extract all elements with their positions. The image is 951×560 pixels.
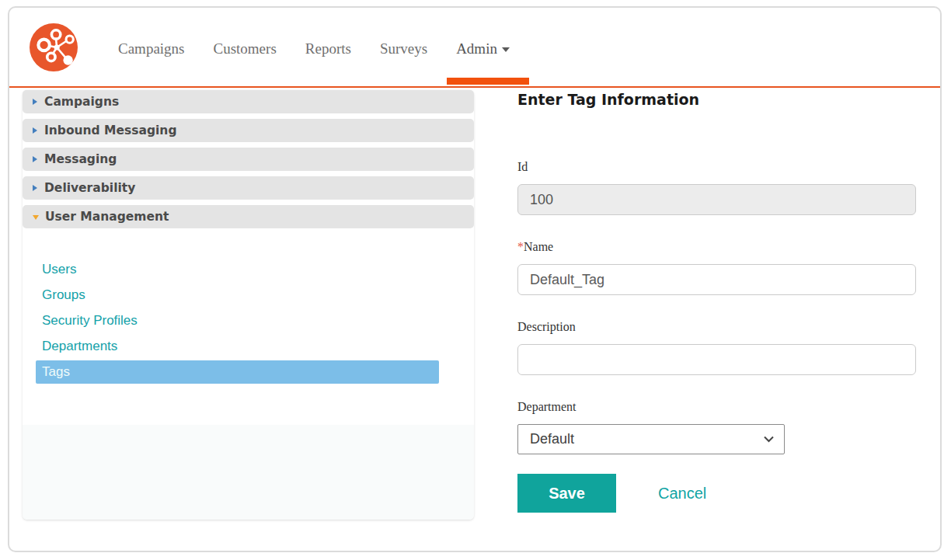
header-divider [9, 86, 940, 88]
nav-item-customers[interactable]: Customers [214, 39, 277, 59]
top-nav: Campaigns Customers Reports Surveys Admi… [118, 39, 510, 59]
nav-item-surveys[interactable]: Surveys [380, 39, 427, 59]
save-button[interactable]: Save [517, 474, 616, 513]
user-management-submenu: Users Groups Security Profiles Departmen… [23, 234, 474, 384]
active-nav-indicator [447, 78, 529, 85]
sidebar-section-deliverability[interactable]: Deliverability [23, 176, 474, 200]
page-title: Enter Tag Information [517, 89, 921, 110]
tag-form: Enter Tag Information Id *Name Descripti… [517, 89, 921, 513]
department-field-group: Department Default [517, 400, 921, 454]
sidebar-item-departments[interactable]: Departments [36, 335, 439, 358]
nav-item-reports[interactable]: Reports [305, 39, 351, 59]
nav-item-admin[interactable]: Admin [456, 39, 510, 59]
id-input[interactable] [517, 184, 916, 215]
caret-down-icon [502, 47, 510, 52]
sidebar-section-messaging[interactable]: Messaging [23, 148, 474, 171]
department-label: Department [517, 400, 921, 414]
name-field-group: *Name [517, 240, 921, 295]
form-actions: Save Cancel [517, 474, 921, 513]
id-label: Id [517, 160, 921, 174]
sidebar-item-tags[interactable]: Tags [36, 360, 439, 384]
sidebar-item-users[interactable]: Users [36, 258, 439, 281]
app-window: Campaigns Customers Reports Surveys Admi… [8, 6, 942, 552]
sidebar-footer [23, 425, 474, 520]
sidebar: Campaigns Inbound Messaging Messaging De… [23, 90, 474, 520]
triangle-down-icon [33, 215, 39, 220]
sidebar-section-campaigns[interactable]: Campaigns [23, 90, 474, 113]
triangle-right-icon [33, 99, 37, 105]
required-asterisk: * [517, 240, 524, 253]
sidebar-section-user-management[interactable]: User Management [23, 205, 474, 228]
description-input[interactable] [517, 344, 916, 375]
description-field-group: Description [517, 320, 921, 375]
logo-icon [30, 23, 78, 71]
chevron-down-icon [764, 436, 774, 443]
name-input[interactable] [517, 264, 916, 295]
sidebar-section-inbound-messaging[interactable]: Inbound Messaging [23, 119, 474, 142]
id-field-group: Id [517, 160, 921, 215]
triangle-right-icon [33, 156, 37, 162]
nav-item-campaigns[interactable]: Campaigns [118, 39, 185, 59]
cancel-link[interactable]: Cancel [658, 485, 706, 503]
description-label: Description [517, 320, 921, 334]
department-select[interactable]: Default [517, 424, 785, 454]
sidebar-item-security-profiles[interactable]: Security Profiles [36, 309, 439, 332]
triangle-right-icon [33, 127, 37, 134]
triangle-right-icon [33, 185, 37, 191]
department-selected-value: Default [530, 431, 574, 447]
name-label: *Name [517, 240, 921, 254]
sidebar-item-groups[interactable]: Groups [36, 283, 439, 307]
